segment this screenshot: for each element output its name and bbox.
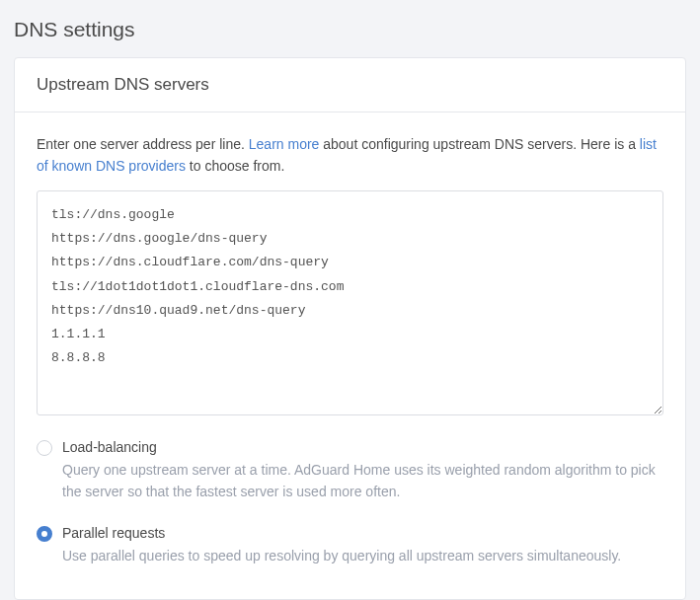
radio-icon <box>37 526 52 542</box>
mode-radio-group: Load-balancing Query one upstream server… <box>37 438 663 566</box>
radio-content: Parallel requests Use parallel queries t… <box>62 524 663 566</box>
radio-parallel-requests[interactable]: Parallel requests Use parallel queries t… <box>37 524 663 566</box>
help-pre: Enter one server address per line. <box>37 136 249 152</box>
upstream-card: Upstream DNS servers Enter one server ad… <box>14 57 686 600</box>
radio-icon <box>37 440 52 456</box>
radio-label: Load-balancing <box>62 438 663 458</box>
radio-content: Load-balancing Query one upstream server… <box>62 438 663 502</box>
radio-desc: Query one upstream server at a time. AdG… <box>62 460 663 502</box>
help-text: Enter one server address per line. Learn… <box>37 134 663 177</box>
radio-load-balancing[interactable]: Load-balancing Query one upstream server… <box>37 438 663 502</box>
radio-desc: Use parallel queries to speed up resolvi… <box>62 546 663 567</box>
radio-label: Parallel requests <box>62 524 663 544</box>
help-mid: about configuring upstream DNS servers. … <box>319 136 639 152</box>
card-body: Enter one server address per line. Learn… <box>15 112 685 599</box>
page-title: DNS settings <box>0 0 700 57</box>
upstream-servers-input[interactable] <box>37 190 663 415</box>
learn-more-link[interactable]: Learn more <box>249 136 320 152</box>
help-post: to choose from. <box>186 158 284 174</box>
card-title: Upstream DNS servers <box>15 58 685 112</box>
